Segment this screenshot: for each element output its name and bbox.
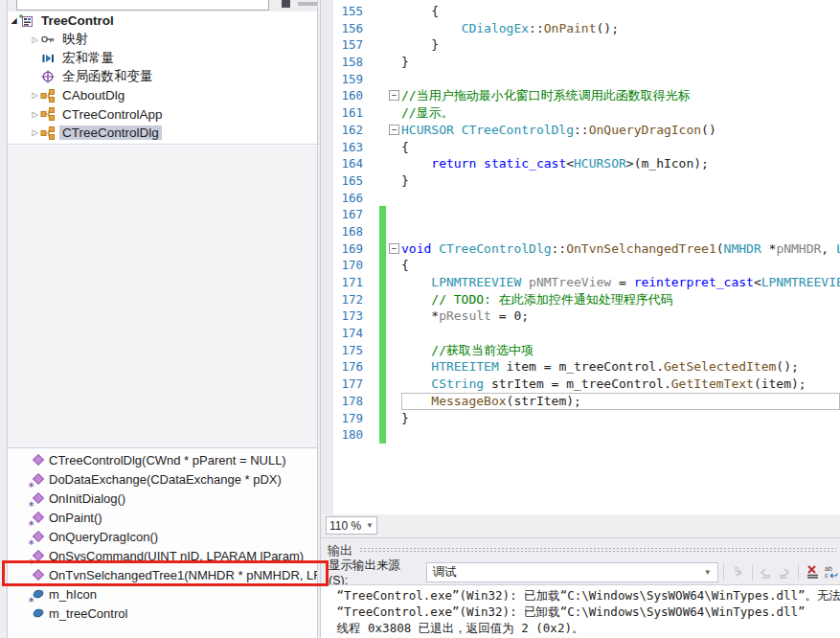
fold-toggle-icon[interactable]: − bbox=[389, 125, 399, 135]
tree-item[interactable]: ▷ CTreeControlApp bbox=[8, 105, 317, 125]
fold-toggle-icon[interactable] bbox=[389, 172, 399, 190]
fold-toggle-icon[interactable] bbox=[389, 104, 399, 122]
code-line[interactable]: 177 CString strItem = m_treeControl.GetI… bbox=[321, 376, 840, 393]
code-line[interactable]: 171 LPNMTREEVIEW pNMTreeView = reinterpr… bbox=[321, 274, 840, 291]
member-item[interactable]: OnTvnSelchangedTree1(NMHDR * pNMHDR, LRI bbox=[8, 565, 317, 584]
fold-toggle-icon[interactable] bbox=[389, 257, 399, 274]
code-line[interactable]: 159 bbox=[321, 71, 840, 88]
code-line[interactable]: 160 − //当用户拖动最小化窗口时系统调用此函数取得光标 bbox=[321, 87, 840, 104]
code-text[interactable]: HCURSOR CTreeControlDlg::OnQueryDragIcon… bbox=[401, 122, 840, 139]
code-line[interactable]: 170 { bbox=[321, 257, 840, 274]
class-view-search-input[interactable] bbox=[16, 0, 269, 11]
code-line[interactable]: 179 } bbox=[321, 410, 840, 427]
code-line[interactable]: 163 { bbox=[321, 139, 840, 156]
code-line[interactable]: 156 CDialogEx::OnPaint(); bbox=[321, 20, 840, 37]
tree-item[interactable]: ◢ TreeControl bbox=[8, 11, 317, 31]
code-text[interactable]: } bbox=[401, 54, 840, 71]
fold-toggle-icon[interactable] bbox=[389, 358, 399, 376]
code-text[interactable]: // TODO: 在此添加控件通知处理程序代码 bbox=[401, 291, 840, 308]
code-text[interactable]: { bbox=[401, 257, 840, 274]
fold-toggle-icon[interactable] bbox=[389, 139, 399, 156]
code-line[interactable]: 173 *pResult = 0; bbox=[321, 308, 840, 325]
expander-icon[interactable]: ▷ bbox=[30, 110, 40, 119]
fold-toggle-icon[interactable] bbox=[389, 308, 399, 325]
fold-toggle-icon[interactable] bbox=[389, 190, 399, 207]
fold-toggle-icon[interactable] bbox=[389, 155, 399, 172]
member-item[interactable]: ∗ OnPaint() bbox=[8, 508, 317, 527]
fold-toggle-icon[interactable]: − bbox=[389, 243, 399, 254]
member-item[interactable]: ∗ DoDataExchange(CDataExchange * pDX) bbox=[8, 469, 317, 489]
code-text[interactable] bbox=[401, 325, 840, 342]
code-text[interactable]: return static_cast<HCURSOR>(m_hIcon); bbox=[401, 155, 840, 172]
member-item[interactable]: m_treeControl bbox=[8, 604, 317, 623]
next-message-icon[interactable] bbox=[775, 563, 793, 581]
code-text[interactable]: //显示。 bbox=[401, 104, 840, 122]
code-text[interactable]: LPNMTREEVIEW pNMTreeView = reinterpret_c… bbox=[401, 274, 840, 291]
code-line[interactable]: 169 − void CTreeControlDlg::OnTvnSelchan… bbox=[321, 240, 840, 258]
expander-icon[interactable]: ▷ bbox=[30, 128, 40, 137]
member-item[interactable]: ∗ OnSysCommand(UINT nID, LPARAM lParam) bbox=[8, 546, 317, 565]
fold-toggle-icon[interactable] bbox=[389, 426, 399, 444]
code-line[interactable]: 174 bbox=[321, 325, 840, 342]
fold-toggle-icon[interactable] bbox=[389, 3, 399, 20]
code-text[interactable]: MessageBox(strItem); bbox=[401, 393, 840, 410]
code-line[interactable]: 155 { bbox=[321, 3, 840, 20]
code-line[interactable]: 166 bbox=[321, 190, 840, 207]
tree-item[interactable]: ▷ 映射 bbox=[8, 31, 317, 50]
word-wrap-icon[interactable]: abc bbox=[822, 563, 840, 581]
cropped-menu-icon[interactable] bbox=[298, 2, 318, 6]
expander-icon[interactable]: ▷ bbox=[30, 35, 40, 44]
code-text[interactable]: CDialogEx::OnPaint(); bbox=[401, 20, 840, 37]
code-text[interactable]: void CTreeControlDlg::OnTvnSelchangedTre… bbox=[401, 240, 840, 258]
code-text[interactable]: { bbox=[401, 3, 840, 20]
code-line[interactable]: 168 bbox=[321, 223, 840, 240]
code-text[interactable]: CString strItem = m_treeControl.GetItemT… bbox=[401, 376, 840, 393]
fold-toggle-icon[interactable] bbox=[389, 393, 399, 410]
output-source-select[interactable]: 调试 ▼ bbox=[426, 562, 718, 582]
code-text[interactable] bbox=[401, 223, 840, 240]
fold-toggle-icon[interactable] bbox=[389, 36, 399, 54]
cropped-search-icon[interactable] bbox=[282, 0, 290, 8]
fold-toggle-icon[interactable] bbox=[389, 376, 399, 393]
tree-item[interactable]: 全局函数和变量 bbox=[8, 68, 317, 87]
fold-toggle-icon[interactable] bbox=[389, 20, 399, 37]
code-line[interactable]: 178 MessageBox(strItem); bbox=[321, 393, 840, 410]
member-item[interactable]: ∗ OnQueryDragIcon() bbox=[8, 527, 317, 546]
code-text[interactable]: { bbox=[401, 139, 840, 156]
expander-icon[interactable]: ▷ bbox=[30, 91, 40, 100]
panel-drag-grip[interactable] bbox=[359, 547, 836, 553]
code-text[interactable]: //获取当前选中项 bbox=[401, 342, 840, 359]
code-line[interactable]: 172 // TODO: 在此添加控件通知处理程序代码 bbox=[321, 291, 840, 308]
fold-toggle-icon[interactable] bbox=[389, 71, 399, 88]
fold-toggle-icon[interactable] bbox=[389, 274, 399, 291]
fold-toggle-icon[interactable] bbox=[389, 223, 399, 240]
fold-toggle-icon[interactable] bbox=[389, 410, 399, 427]
clear-all-icon[interactable] bbox=[804, 563, 822, 581]
tree-item[interactable]: ▷ CAboutDlg bbox=[8, 86, 317, 105]
code-text[interactable] bbox=[401, 190, 840, 207]
fold-toggle-icon[interactable]: − bbox=[389, 90, 399, 101]
member-item[interactable]: ∗ m_hIcon bbox=[8, 584, 317, 604]
goto-source-icon[interactable] bbox=[729, 563, 747, 581]
fold-toggle-icon[interactable] bbox=[389, 325, 399, 342]
code-editor[interactable]: 155 { 156 CDialogEx::OnPaint(); 157 } 15… bbox=[320, 0, 840, 514]
code-text[interactable] bbox=[401, 206, 840, 223]
tree-item[interactable]: 宏和常量 bbox=[8, 49, 317, 68]
fold-toggle-icon[interactable] bbox=[389, 291, 399, 308]
code-line[interactable]: 164 return static_cast<HCURSOR>(m_hIcon)… bbox=[321, 155, 840, 172]
code-text[interactable]: } bbox=[401, 172, 840, 190]
code-text[interactable]: HTREEITEM item = m_treeControl.GetSelect… bbox=[401, 358, 840, 376]
fold-toggle-icon[interactable] bbox=[389, 206, 399, 223]
prev-message-icon[interactable] bbox=[758, 563, 776, 581]
code-line[interactable]: 167 bbox=[321, 206, 840, 223]
code-line[interactable]: 161 //显示。 bbox=[321, 104, 840, 122]
code-line[interactable]: 157 } bbox=[321, 36, 840, 54]
output-text-area[interactable]: “TreeControl.exe”(Win32): 已加载“C:\Windows… bbox=[321, 584, 840, 638]
code-text[interactable] bbox=[401, 426, 840, 444]
tree-item[interactable]: ▷ CTreeControlDlg bbox=[8, 124, 317, 143]
code-text[interactable]: } bbox=[401, 36, 840, 54]
fold-toggle-icon[interactable] bbox=[389, 54, 399, 71]
code-text[interactable] bbox=[401, 71, 840, 88]
fold-toggle-icon[interactable] bbox=[389, 342, 399, 359]
member-item[interactable]: CTreeControlDlg(CWnd * pParent = NULL) bbox=[8, 450, 317, 469]
